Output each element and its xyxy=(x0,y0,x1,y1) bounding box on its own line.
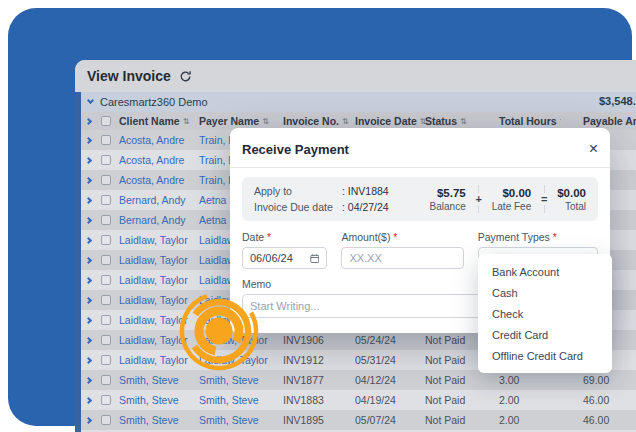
select-all-cell xyxy=(101,116,119,126)
chevron-right-icon[interactable] xyxy=(84,256,91,263)
amount-field[interactable] xyxy=(341,247,463,269)
date-field[interactable] xyxy=(242,247,327,269)
chevron-right-icon[interactable] xyxy=(84,416,91,423)
row-checkbox[interactable] xyxy=(101,355,111,365)
client-name-link[interactable]: Laidlaw, Taylor xyxy=(119,254,199,266)
client-name-link[interactable]: Acosta, Andre xyxy=(119,154,199,166)
payable-amount-cell: 69.00 xyxy=(561,374,636,386)
column-header-label: Invoice Date xyxy=(355,115,417,127)
column-header-label: Payer Name xyxy=(199,115,259,127)
row-checkbox[interactable] xyxy=(101,215,111,225)
payment-type-option[interactable]: Offline Credit Card xyxy=(478,345,612,366)
client-name-link[interactable]: Smith, Steve xyxy=(119,374,199,386)
column-header-label: Status xyxy=(425,115,457,127)
payment-type-option[interactable]: Check xyxy=(478,303,612,324)
payer-name-link[interactable]: Smith, Steve xyxy=(199,374,283,386)
row-checkbox[interactable] xyxy=(101,315,111,325)
row-checkbox[interactable] xyxy=(101,415,111,425)
date-input[interactable] xyxy=(250,252,310,264)
row-checkbox[interactable] xyxy=(101,175,111,185)
chevron-right-icon[interactable] xyxy=(84,376,91,383)
chevron-right-icon[interactable] xyxy=(84,216,91,223)
refresh-icon[interactable] xyxy=(179,70,192,83)
stat-separator: = xyxy=(535,185,553,213)
row-checkbox[interactable] xyxy=(101,235,111,245)
row-checkbox[interactable] xyxy=(101,395,111,405)
chevron-right-icon[interactable] xyxy=(84,136,91,143)
client-name-link[interactable]: Bernard, Andy xyxy=(119,194,199,206)
client-name-link[interactable]: Laidlaw, Taylor xyxy=(119,274,199,286)
row-checkbox[interactable] xyxy=(101,255,111,265)
column-header[interactable]: Status⇅ xyxy=(425,115,487,127)
column-header[interactable]: Invoice Date⇅ xyxy=(355,115,425,127)
date-label: Date * xyxy=(242,231,327,243)
chevron-right-icon[interactable] xyxy=(84,396,91,403)
status-cell: Not Paid xyxy=(425,374,487,386)
payable-amount-cell: 46.00 xyxy=(561,394,636,406)
chevron-right-icon[interactable] xyxy=(84,356,91,363)
group-header[interactable]: Caresmartz360 Demo $3,548.70 Invoice Amo… xyxy=(75,92,636,112)
chevron-right-icon[interactable] xyxy=(84,176,91,183)
total-hours-cell: 3.00 xyxy=(487,374,561,386)
chevron-right-icon[interactable] xyxy=(84,196,91,203)
row-checkbox[interactable] xyxy=(101,135,111,145)
status-cell: Not Paid xyxy=(425,414,487,426)
row-checkbox[interactable] xyxy=(101,195,111,205)
client-name-link[interactable]: Bernard, Andy xyxy=(119,214,199,226)
column-header[interactable]: Invoice No.⇅ xyxy=(283,115,355,127)
column-header[interactable]: Client Name⇅ xyxy=(119,115,199,127)
chevron-right-icon[interactable] xyxy=(84,336,91,343)
payment-types-label: Payment Types * xyxy=(478,231,598,243)
chevron-right-icon[interactable] xyxy=(84,156,91,163)
column-header[interactable]: Payer Name⇅ xyxy=(199,115,283,127)
page-title: View Invoice xyxy=(87,68,171,84)
stat-label: Total xyxy=(565,201,586,212)
balance-summary: $5.75Balance+$0.00Late Fee=$0.00Total xyxy=(430,185,586,213)
select-all-checkbox[interactable] xyxy=(101,116,111,126)
payment-types-dropdown: Bank AccountCashCheckCredit CardOffline … xyxy=(478,254,612,373)
stat-value: $5.75 xyxy=(437,187,466,199)
chevron-right-icon[interactable] xyxy=(84,316,91,323)
row-checkbox[interactable] xyxy=(101,155,111,165)
checkbox-cell xyxy=(101,255,119,265)
chevron-right-icon[interactable] xyxy=(84,296,91,303)
payment-type-option[interactable]: Credit Card xyxy=(478,324,612,345)
client-name-link[interactable]: Acosta, Andre xyxy=(119,174,199,186)
row-checkbox[interactable] xyxy=(101,375,111,385)
client-name-link[interactable]: Smith, Steve xyxy=(119,414,199,426)
row-checkbox[interactable] xyxy=(101,275,111,285)
payment-type-option[interactable]: Bank Account xyxy=(478,261,612,282)
invoice-number-cell: INV1883 xyxy=(283,394,355,406)
column-header-label: Total Hours xyxy=(499,115,557,127)
summary-stat: $0.00Late Fee xyxy=(492,187,531,212)
column-header[interactable]: Total Hours⇅ xyxy=(487,115,561,127)
client-name-link[interactable]: Smith, Steve xyxy=(119,394,199,406)
invoice-total-amount: $3,548.70 Invoice Amount xyxy=(599,95,636,107)
payer-name-link[interactable]: Smith, Steve xyxy=(199,414,283,426)
chevron-right-icon[interactable] xyxy=(84,276,91,283)
invoice-number-cell: INV1877 xyxy=(283,374,355,386)
column-header[interactable]: Payable Amount($)⇅ xyxy=(561,115,636,127)
due-date-value: : 04/27/24 xyxy=(342,199,389,215)
checkbox-cell xyxy=(101,335,119,345)
invoice-number-cell: INV1906 xyxy=(283,334,355,346)
row-checkbox[interactable] xyxy=(101,335,111,345)
client-name-link[interactable]: Laidlaw, Taylor xyxy=(119,234,199,246)
amount-input[interactable] xyxy=(349,252,455,264)
payer-name-link[interactable]: Smith, Steve xyxy=(199,394,283,406)
table-left-accent xyxy=(75,92,81,432)
chevron-right-icon[interactable] xyxy=(84,117,91,124)
invoice-date-cell: 05/07/24 xyxy=(355,414,425,426)
client-name-link[interactable]: Acosta, Andre xyxy=(119,134,199,146)
modal-title: Receive Payment xyxy=(242,142,349,157)
chevron-right-icon[interactable] xyxy=(84,236,91,243)
close-icon[interactable]: × xyxy=(589,141,598,157)
summary-stat: $0.00Total xyxy=(557,187,586,212)
sort-icon: ⇅ xyxy=(183,117,190,126)
screenshot-root: View Invoice Caresmartz360 Demo $3,548.7… xyxy=(0,0,636,432)
summary-stat: $5.75Balance xyxy=(430,187,466,212)
payment-type-option[interactable]: Cash xyxy=(478,282,612,303)
row-checkbox[interactable] xyxy=(101,295,111,305)
stat-label: Balance xyxy=(430,201,466,212)
calendar-icon[interactable] xyxy=(310,253,320,264)
